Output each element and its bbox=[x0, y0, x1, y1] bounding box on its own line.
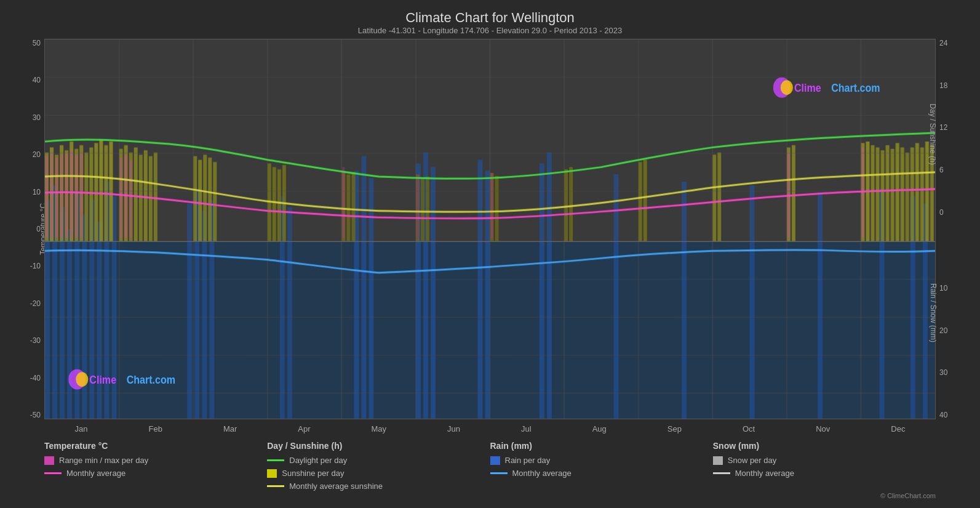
legend-item-snow-bar: Snow per day bbox=[713, 456, 936, 465]
legend-line-sunshine-avg bbox=[267, 485, 284, 487]
svg-rect-107 bbox=[130, 159, 132, 238]
svg-rect-31 bbox=[818, 193, 823, 419]
chart-plot: Clime Chart.com Clime Chart.com bbox=[44, 39, 936, 419]
svg-rect-99 bbox=[55, 158, 58, 238]
svg-rect-73 bbox=[495, 176, 499, 242]
title-section: Climate Chart for Wellington Latitude -4… bbox=[12, 6, 968, 36]
svg-rect-100 bbox=[60, 155, 63, 238]
svg-rect-57 bbox=[193, 156, 197, 242]
svg-text:Clime: Clime bbox=[89, 373, 116, 387]
svg-rect-89 bbox=[896, 143, 899, 241]
svg-rect-92 bbox=[910, 147, 914, 241]
svg-rect-19 bbox=[361, 156, 366, 419]
svg-rect-103 bbox=[75, 155, 78, 238]
svg-rect-112 bbox=[861, 147, 864, 238]
svg-rect-77 bbox=[643, 159, 647, 241]
x-axis-may: May bbox=[372, 424, 387, 433]
x-axis-aug: Aug bbox=[592, 424, 607, 433]
x-axis-jul: Jul bbox=[521, 424, 532, 433]
svg-rect-17 bbox=[287, 207, 292, 419]
svg-text:Chart.com: Chart.com bbox=[127, 373, 175, 387]
svg-rect-75 bbox=[569, 167, 573, 241]
svg-rect-78 bbox=[712, 155, 716, 241]
svg-text:Chart.com: Chart.com bbox=[831, 81, 880, 95]
svg-rect-5 bbox=[67, 229, 72, 419]
legend-title-snow: Snow (mm) bbox=[713, 441, 936, 451]
legend-swatch-temp-range bbox=[44, 456, 54, 465]
svg-rect-30 bbox=[750, 185, 755, 419]
svg-rect-14 bbox=[202, 211, 207, 419]
legend-line-snow-avg bbox=[713, 472, 730, 474]
legend-line-daylight bbox=[267, 459, 284, 461]
legend-col-rain: Rain (mm) Rain per day Monthly average bbox=[490, 441, 713, 491]
svg-rect-43 bbox=[84, 153, 88, 242]
svg-rect-46 bbox=[99, 140, 103, 241]
svg-rect-63 bbox=[273, 167, 276, 241]
svg-rect-87 bbox=[886, 145, 890, 241]
x-axis-sep: Sep bbox=[667, 424, 682, 433]
legend-item-daylight: Daylight per day bbox=[267, 456, 490, 465]
legend-title-temperature: Temperature °C bbox=[44, 441, 267, 451]
y-axis-right-bottom-label: Rain / Snow (mm) bbox=[929, 283, 938, 342]
chart-subtitle: Latitude -41.301 - Longitude 174.706 - E… bbox=[12, 26, 968, 35]
svg-point-140 bbox=[781, 80, 793, 95]
svg-rect-76 bbox=[639, 162, 642, 241]
svg-rect-101 bbox=[65, 153, 68, 238]
svg-rect-85 bbox=[876, 147, 880, 241]
svg-rect-86 bbox=[881, 150, 885, 241]
svg-rect-48 bbox=[110, 142, 113, 241]
legend-swatch-sunshine bbox=[267, 469, 277, 478]
svg-rect-59 bbox=[203, 155, 207, 241]
legend-item-temp-avg: Monthly average bbox=[44, 469, 267, 478]
legend-item-sunshine-bar: Sunshine per day bbox=[267, 469, 490, 478]
svg-rect-97 bbox=[46, 156, 48, 238]
svg-rect-52 bbox=[134, 147, 138, 241]
y-axis-right-top-label: Day / Sunshine (h) bbox=[928, 103, 936, 164]
x-axis-dec: Dec bbox=[891, 424, 905, 433]
svg-rect-71 bbox=[426, 177, 429, 241]
x-axis: Jan Feb Mar Apr May Jun Jul Aug Sep Oct … bbox=[12, 422, 968, 436]
svg-rect-102 bbox=[70, 150, 73, 238]
svg-rect-79 bbox=[717, 153, 721, 242]
legend-line-temp-avg bbox=[44, 472, 62, 474]
svg-rect-20 bbox=[369, 178, 374, 419]
svg-rect-109 bbox=[416, 174, 419, 238]
legend-section: Temperature °C Range min / max per day M… bbox=[12, 436, 968, 492]
legend-col-temperature: Temperature °C Range min / max per day M… bbox=[44, 441, 267, 491]
svg-rect-12 bbox=[187, 204, 192, 419]
x-axis-mar: Mar bbox=[223, 424, 237, 433]
svg-rect-88 bbox=[891, 149, 894, 241]
svg-rect-58 bbox=[198, 159, 202, 241]
svg-rect-90 bbox=[901, 147, 904, 241]
svg-rect-64 bbox=[277, 169, 281, 241]
legend-item-rain-avg: Monthly average bbox=[490, 469, 713, 478]
svg-rect-67 bbox=[346, 174, 350, 241]
svg-rect-84 bbox=[870, 145, 874, 241]
legend-item-sunshine-avg: Monthly average sunshine bbox=[267, 482, 490, 491]
x-axis-feb: Feb bbox=[148, 424, 162, 433]
x-axis-jun: Jun bbox=[447, 424, 460, 433]
svg-rect-44 bbox=[89, 147, 93, 241]
legend-line-rain-avg bbox=[490, 472, 508, 474]
svg-rect-25 bbox=[485, 171, 490, 419]
svg-rect-81 bbox=[792, 145, 795, 241]
svg-rect-93 bbox=[915, 143, 919, 241]
svg-rect-105 bbox=[120, 158, 122, 238]
svg-rect-23 bbox=[431, 167, 436, 419]
x-axis-apr: Apr bbox=[298, 424, 310, 433]
legend-title-rain: Rain (mm) bbox=[490, 441, 713, 451]
svg-rect-94 bbox=[920, 147, 924, 241]
x-axis-oct: Oct bbox=[743, 424, 755, 433]
svg-rect-74 bbox=[564, 169, 568, 241]
svg-rect-27 bbox=[547, 153, 552, 419]
legend-item-snow-avg: Monthly average bbox=[713, 469, 936, 478]
svg-rect-24 bbox=[477, 159, 482, 419]
legend-item-rain-bar: Rain per day bbox=[490, 456, 713, 465]
svg-text:Clime: Clime bbox=[794, 81, 821, 95]
svg-rect-29 bbox=[682, 182, 687, 419]
svg-rect-60 bbox=[208, 158, 212, 241]
svg-rect-56 bbox=[154, 153, 157, 242]
legend-swatch-snow bbox=[713, 456, 723, 465]
svg-rect-54 bbox=[144, 150, 148, 241]
x-axis-jan: Jan bbox=[75, 424, 88, 433]
